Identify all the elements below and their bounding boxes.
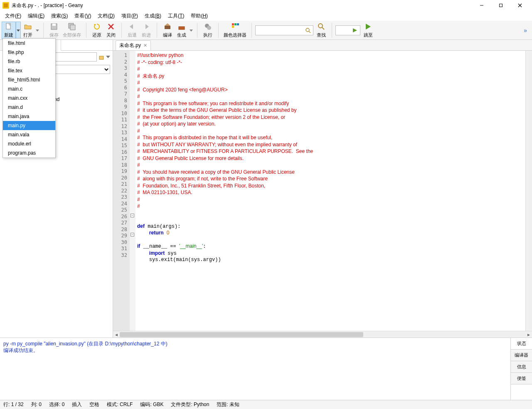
forward-icon bbox=[142, 22, 151, 31]
run-button[interactable]: 执行 bbox=[201, 22, 215, 39]
template-item[interactable]: file.tex bbox=[3, 66, 55, 75]
close-button[interactable] bbox=[510, 0, 530, 11]
editor-tabstrip: 未命名.py ✕ bbox=[113, 40, 532, 51]
menu-e[interactable]: 编辑(E) bbox=[25, 11, 48, 21]
template-item[interactable]: main.py bbox=[3, 121, 55, 130]
status-filetype: 文件类型: Python bbox=[171, 401, 209, 408]
tab-close-icon[interactable]: ✕ bbox=[143, 43, 147, 48]
menu-h[interactable]: 帮助(H) bbox=[187, 11, 211, 21]
menu-d[interactable]: 文档(D) bbox=[94, 11, 118, 21]
svg-line-29 bbox=[309, 31, 310, 33]
template-item[interactable]: main.vala bbox=[3, 130, 55, 139]
new-dropdown-arrow[interactable] bbox=[16, 22, 21, 39]
svg-line-31 bbox=[322, 27, 324, 30]
bookmark-icon[interactable] bbox=[99, 54, 104, 60]
svg-rect-25 bbox=[234, 23, 236, 25]
svg-marker-6 bbox=[36, 30, 39, 32]
find-button[interactable]: 查找 bbox=[314, 22, 328, 39]
vertical-scrollbar[interactable] bbox=[525, 51, 532, 331]
menu-s[interactable]: 搜索(S) bbox=[48, 11, 71, 21]
fold-toggle[interactable]: − bbox=[131, 214, 134, 217]
status-whitespace: 空格 bbox=[89, 401, 99, 408]
svg-marker-14 bbox=[130, 24, 133, 29]
output-tab[interactable]: 状态 bbox=[511, 338, 532, 350]
svg-rect-10 bbox=[70, 25, 75, 30]
build-dropdown-arrow[interactable] bbox=[189, 22, 194, 39]
new-file-icon bbox=[4, 22, 13, 31]
template-item[interactable]: file.php bbox=[3, 48, 55, 57]
svg-point-28 bbox=[306, 28, 309, 32]
goto-field-icon bbox=[352, 27, 358, 33]
output-text[interactable]: py -m py_compile "alien_invasion.py" (在目… bbox=[0, 338, 510, 400]
open-button[interactable]: 打开 bbox=[21, 22, 35, 39]
menu-f[interactable]: 文件(F) bbox=[2, 11, 25, 21]
toolbar: 新建 打开 保存 全部保存 还原 bbox=[0, 21, 532, 40]
output-tab[interactable]: 便签 bbox=[511, 373, 532, 384]
editor-area: 未命名.py ✕ 1 2 3 4 5 6 7 8 9 10 11 12 13 1… bbox=[113, 40, 532, 338]
svg-marker-33 bbox=[366, 24, 371, 30]
build-icon bbox=[177, 22, 186, 31]
search-icon bbox=[317, 22, 326, 31]
template-item[interactable]: main.java bbox=[3, 112, 55, 121]
output-tab[interactable]: 信息 bbox=[511, 361, 532, 373]
horizontal-scrollbar[interactable]: ◂▸ bbox=[113, 331, 532, 338]
close-file-button[interactable]: 关闭 bbox=[104, 22, 118, 39]
menu-p[interactable]: 项目(P) bbox=[118, 11, 141, 21]
code-editor[interactable]: #!/usr/bin/env python # -*- coding: utf-… bbox=[135, 51, 525, 331]
template-item[interactable]: file_html5.html bbox=[3, 75, 55, 84]
output-tab[interactable]: 编译器 bbox=[511, 350, 532, 361]
back-button[interactable]: 后退 bbox=[125, 22, 139, 39]
status-bar: 行: 1 / 32 列: 0 选择: 0 插入 空格 模式: CRLF 编码: … bbox=[0, 400, 532, 409]
svg-rect-26 bbox=[237, 23, 239, 25]
menu-bar: 文件(F)编辑(E)搜索(S)查看(V)文档(D)项目(P)生成(B)工具(T)… bbox=[0, 11, 532, 21]
file-tab-label: 未命名.py bbox=[119, 42, 141, 49]
folder-open-icon bbox=[23, 22, 32, 31]
svg-marker-15 bbox=[145, 24, 149, 29]
svg-marker-21 bbox=[190, 30, 193, 32]
compile-icon bbox=[163, 22, 172, 31]
goto-button[interactable]: 跳至 bbox=[361, 22, 375, 39]
template-item[interactable]: main.d bbox=[3, 103, 55, 112]
save-all-button[interactable]: 全部保存 bbox=[61, 22, 83, 39]
new-template-dropdown[interactable]: file.htmlfile.phpfile.rbfile.texfile_htm… bbox=[2, 38, 56, 158]
build-button[interactable]: 生成 bbox=[175, 22, 189, 39]
fold-column[interactable]: −− bbox=[130, 51, 135, 331]
save-button[interactable]: 保存 bbox=[47, 22, 61, 39]
status-mode: 模式: CRLF bbox=[107, 401, 133, 408]
revert-button[interactable]: 还原 bbox=[90, 22, 104, 39]
file-tab[interactable]: 未命名.py ✕ bbox=[116, 40, 151, 50]
template-item[interactable]: program.pas bbox=[3, 148, 55, 158]
revert-icon bbox=[92, 22, 101, 31]
svg-marker-35 bbox=[106, 56, 110, 58]
template-item[interactable]: file.rb bbox=[3, 57, 55, 66]
new-button[interactable]: 新建 bbox=[2, 22, 16, 39]
output-panel: py -m py_compile "alien_invasion.py" (在目… bbox=[0, 338, 532, 400]
title-bar: 未命名.py - . - [practice] - Geany bbox=[0, 0, 532, 11]
gear-run-icon bbox=[203, 22, 212, 31]
compile-button[interactable]: 编译 bbox=[160, 22, 175, 39]
color-picker-button[interactable]: 颜色选择器 bbox=[222, 22, 248, 39]
menu-b[interactable]: 生成(B) bbox=[141, 11, 165, 21]
template-item[interactable]: main.cxx bbox=[3, 94, 55, 103]
svg-rect-8 bbox=[52, 24, 56, 26]
svg-rect-24 bbox=[232, 23, 234, 25]
status-scope: 范围: 未知 bbox=[217, 401, 239, 408]
menu-t[interactable]: 工具(T) bbox=[165, 11, 187, 21]
color-picker-icon bbox=[231, 22, 240, 31]
fold-toggle[interactable]: − bbox=[131, 233, 134, 237]
open-dropdown-arrow[interactable] bbox=[35, 22, 40, 39]
forward-button[interactable]: 前进 bbox=[139, 22, 153, 39]
template-item[interactable]: main.c bbox=[3, 84, 55, 94]
search-field[interactable] bbox=[255, 25, 313, 35]
menu-v[interactable]: 查看(V) bbox=[71, 11, 94, 21]
toolbar-overflow[interactable]: » bbox=[520, 27, 530, 34]
svg-marker-5 bbox=[17, 30, 20, 32]
svg-rect-16 bbox=[165, 26, 170, 29]
save-icon bbox=[49, 22, 59, 31]
path-dropdown-icon[interactable] bbox=[106, 55, 110, 59]
template-item[interactable]: file.html bbox=[3, 39, 55, 48]
minimize-button[interactable] bbox=[472, 0, 491, 11]
template-item[interactable]: module.erl bbox=[3, 139, 55, 148]
svg-marker-32 bbox=[353, 28, 357, 32]
maximize-button[interactable] bbox=[491, 0, 510, 11]
